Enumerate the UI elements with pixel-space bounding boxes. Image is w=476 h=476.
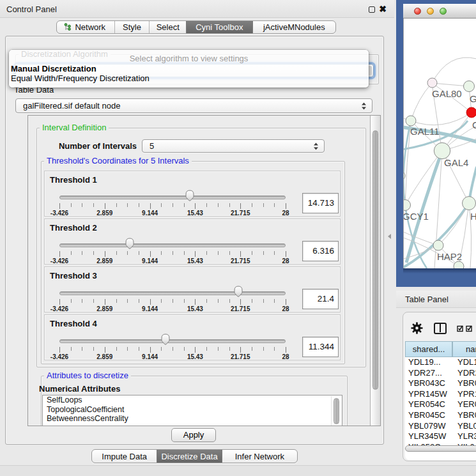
popup-option-equal-width[interactable]: Equal Width/Frequency Discretization — [9, 73, 369, 83]
cell-name: YBR0 — [452, 378, 476, 389]
column-header-shared-name[interactable]: shared... — [405, 341, 452, 357]
list-scrollbar[interactable] — [331, 396, 341, 426]
tab-network[interactable]: Network — [57, 21, 114, 33]
table-row[interactable]: YBR043CYBR0 — [405, 378, 476, 389]
tick-label: 28 — [266, 305, 305, 312]
network-icon-wrap — [65, 23, 75, 32]
zoom-traffic-light[interactable] — [440, 8, 447, 15]
cell-name: YLR3 — [452, 431, 476, 442]
tab-discretize-data[interactable]: Discretize Data — [157, 450, 221, 463]
attribute-list-item[interactable]: SelfLoops — [43, 395, 342, 405]
select-columns-icon[interactable] — [457, 325, 472, 332]
threshold-label: Threshold 2 — [50, 223, 97, 233]
tab-infer-network[interactable]: Infer Network — [222, 450, 297, 463]
tab-select[interactable]: Select — [149, 21, 186, 33]
table-row[interactable]: YPR145WYPR1 — [405, 389, 476, 400]
slider-thumb[interactable] — [185, 189, 195, 202]
table-row[interactable]: YBR045CYBR0 — [405, 410, 476, 421]
network-node-ga[interactable] — [464, 81, 475, 92]
threshold-value-field[interactable]: 14.713 — [302, 193, 339, 213]
splitter-collapse-icon[interactable] — [388, 234, 391, 239]
number-of-intervals-label: Number of Intervals — [52, 141, 137, 151]
cell-shared-name: YBL079W — [405, 421, 452, 432]
slider-track[interactable] — [59, 243, 286, 247]
cell-shared-name: YPR145W — [405, 389, 452, 400]
tab-cyni-toolbox[interactable]: Cyni Toolbox — [186, 21, 252, 33]
cell-shared-name: YDL19... — [405, 357, 452, 368]
slider-track[interactable] — [59, 291, 286, 295]
network-node[interactable] — [404, 171, 405, 180]
table-row[interactable]: YDL19...YDL1 — [405, 357, 476, 368]
tab-impute-data[interactable]: Impute Data — [92, 450, 157, 463]
tick-label: 2.859 — [86, 305, 124, 312]
network-edge[interactable] — [404, 229, 438, 245]
number-of-intervals-combobox[interactable]: 5 — [142, 139, 325, 153]
close-traffic-light[interactable] — [414, 8, 421, 15]
threshold-value: 14.713 — [308, 194, 334, 213]
cell-name: YBR0 — [452, 410, 476, 421]
table-rows: YDL19...YDL1YDR27...YDR2YBR043CYBR0YPR14… — [405, 357, 476, 449]
network-edge[interactable] — [432, 58, 476, 83]
network-node-c[interactable] — [466, 107, 476, 118]
table-panel-title: Table Panel — [405, 295, 449, 304]
horizontal-scrollbar-thumb[interactable] — [405, 445, 476, 452]
network-node-gal11[interactable] — [406, 116, 416, 126]
node-table: shared... name YDL19...YDL1YDR27...YDR2Y… — [405, 341, 476, 460]
network-node-gal4[interactable] — [434, 142, 450, 158]
threshold-value-field[interactable]: 6.316 — [302, 241, 339, 261]
columns-icon[interactable] — [434, 323, 447, 334]
minimize-traffic-light[interactable] — [427, 8, 434, 15]
network-node-h[interactable] — [463, 197, 476, 210]
tick-label: 15.43 — [176, 305, 214, 312]
combo-arrows-icon — [361, 102, 367, 110]
network-node-hap2[interactable] — [433, 240, 443, 250]
table-row[interactable]: YBL079WYBL0 — [405, 421, 476, 432]
table-data-combobox[interactable]: galFiltered.sif default node — [15, 98, 372, 113]
close-icon[interactable]: ✖ — [378, 3, 387, 15]
vertical-scrollbar-thumb[interactable] — [372, 130, 378, 390]
network-node[interactable] — [454, 261, 464, 268]
table-row[interactable]: YDR27...YDR2 — [405, 368, 476, 379]
column-header-name[interactable]: name — [452, 341, 476, 357]
network-window-titlebar — [403, 4, 476, 19]
threshold-value-field[interactable]: 21.4 — [302, 289, 339, 309]
slider-thumb[interactable] — [160, 333, 171, 346]
gear-icon[interactable] — [411, 322, 423, 334]
slider-track[interactable] — [59, 196, 286, 199]
tab-label: Select — [157, 22, 180, 32]
network-edge[interactable] — [405, 151, 442, 205]
threshold-value-field[interactable]: 11.344 — [302, 337, 339, 357]
threshold-value: 11.344 — [309, 337, 334, 357]
group-title: Threshold's Coordinates for 5 Intervals — [44, 157, 192, 165]
network-canvas[interactable]: GAL80GACGAL11GAL4GCY1HHAP2 — [403, 19, 476, 268]
tick-label: 28 — [266, 257, 305, 265]
network-node-gal80[interactable] — [427, 78, 437, 88]
node-label: C — [472, 119, 476, 130]
numerical-attributes-label: Numerical Attributes — [39, 384, 120, 394]
popup-option-manual[interactable]: Manual Discretization — [9, 64, 369, 73]
combo-arrows-icon — [313, 142, 319, 150]
list-scrollbar-thumb[interactable] — [334, 398, 339, 424]
table-row[interactable]: YER054CYER0 — [405, 399, 476, 410]
network-edge[interactable] — [411, 112, 472, 125]
threshold-label: Threshold 1 — [50, 175, 97, 185]
tab-label: Network — [75, 22, 105, 32]
apply-button[interactable]: Apply — [171, 428, 216, 442]
network-edge[interactable] — [411, 83, 432, 121]
network-node-gcy1[interactable] — [404, 200, 411, 211]
tab-jactivemnodules[interactable]: jActiveMNodules — [252, 21, 335, 33]
vertical-scrollbar[interactable] — [370, 116, 380, 426]
cell-shared-name: YBR045C — [405, 410, 452, 421]
table-row[interactable]: YLR345WYLR3 — [405, 431, 476, 442]
float-window-icon[interactable] — [369, 6, 375, 13]
slider-thumb[interactable] — [125, 237, 135, 250]
desktop: Control Panel ✖ NetworkStyleSelectCyni T… — [0, 0, 476, 476]
slider-track[interactable] — [59, 339, 286, 343]
slider-thumb[interactable] — [233, 285, 243, 298]
threshold-group-3: Threshold 3 -3.4262.8599.14415.4321.7152… — [44, 266, 341, 312]
combo-value: galFiltered.sif default node — [23, 99, 358, 112]
tab-style[interactable]: Style — [114, 21, 150, 33]
attribute-list-item[interactable]: TopologicalCoefficient — [43, 405, 342, 415]
settings-scrollpane: Interval DefinitionNumber of Intervals 5… — [27, 115, 381, 426]
attribute-list-item[interactable]: BetweennessCentrality — [43, 414, 342, 424]
